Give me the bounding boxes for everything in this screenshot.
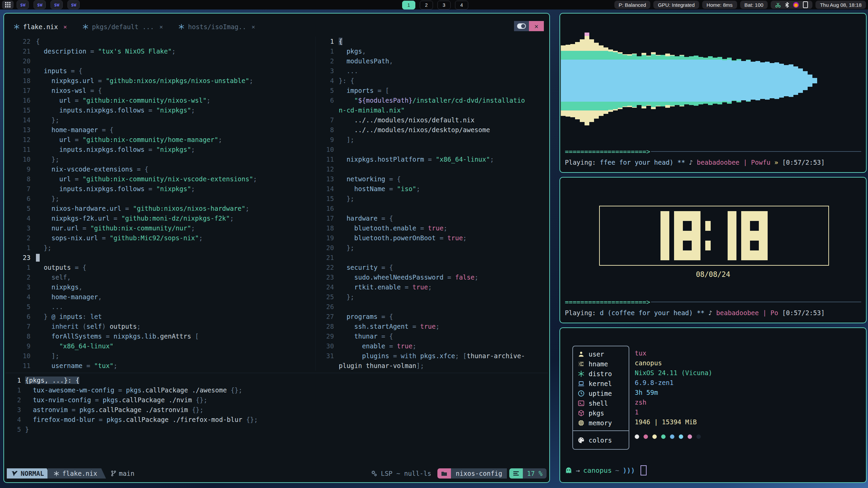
system-tray[interactable] [771,1,812,9]
close-icon: ✕ [534,22,538,30]
palette-dot-2 [644,434,648,439]
code-line: 1{pkgs, ...}: { [9,375,258,385]
code-line: 22 security = { [317,263,551,272]
music-progress-bar-2: =====================> [565,298,861,306]
nix-icon [14,24,20,30]
code-line: 16 [317,204,551,214]
datetime-pill[interactable]: Thu Aug 08, 18:18 [815,1,866,9]
audio-waveform [561,14,865,146]
fetch-row-pkgs: pkgs [573,408,629,418]
fetch-value-hname: canopus [635,358,712,368]
code-line: 11 inputs.nixpkgs.follows = "nixpkgs"; [9,145,313,155]
gears-icon [371,470,377,477]
code-line: 10 }; [9,155,313,164]
now-playing-text-2: Playing: d (coffee for your head) ** ♪ b… [565,309,863,317]
ping-pill[interactable]: Home: 8ms [702,1,737,9]
code-line: 11 nixpkgs.hostPlatform = "x86_64-linux"… [317,155,551,164]
top-bar: $W$W$W$W 1234 P: Balanced GPU: Integrate… [0,0,868,9]
launcher-button[interactable] [2,1,14,9]
code-line: 13 networking = { [317,174,551,184]
code-line: 20 [9,56,313,66]
workspace-button-4[interactable]: $W [67,0,80,9]
statusline: NORMAL flake.nix main LSP ~ null-ls nixo… [7,468,547,479]
code-line: 3 astronvim = pkgs.callPackage ./astronv… [9,405,258,415]
tab-close-icon[interactable]: ✕ [252,23,255,30]
buffer-pkgs-default[interactable]: 1{pkgs, ...}: {1 tux-awesome-wm-config =… [9,375,258,434]
code-line: 9 ]; [317,135,551,145]
code-line: 15 inputs.nixpkgs.follows = "nixpkgs"; [9,105,313,115]
distro-icon [578,370,585,377]
fetch-label: memory [589,419,612,427]
palette-dot-6 [679,434,683,439]
lines-icon [513,471,519,476]
code-line: 8 ../../modules/nixos/desktop/awesome [317,125,551,135]
tab-hosts-isoImag-[interactable]: hosts/isoImag..✕ [178,23,255,30]
tag-4[interactable]: 4 [455,1,468,9]
workspace-button-1[interactable]: $W [17,0,29,9]
window-toggle-button[interactable] [514,21,529,31]
fetch-row-hname: hname [573,359,629,369]
code-line: 23 sudo.wheelNeedsPassword = false; [317,272,551,282]
code-line: 5 nixos-hardware.url = "github:nixos/nix… [9,204,313,214]
fetch-label: shell [589,400,608,407]
code-line: 1{ [317,37,551,46]
user-icon [578,351,585,358]
buffer-iso-image[interactable]: 1{1 pkgs,2 modulesPath,3 ...4}: {5 impor… [315,37,551,371]
palette-dot-7 [688,434,692,439]
phone-icon[interactable] [803,1,808,8]
tab-close-icon[interactable]: ✕ [63,23,67,30]
code-line: 19 bluetooth.powerOnBoot = true; [317,233,551,243]
fetch-row-memory: memory [573,418,629,428]
file-segment: flake.nix [47,468,106,479]
code-line: 29 thunar = { [317,331,551,341]
code-line: 30 enable = true; [317,341,551,351]
tab-label: flake.nix [23,23,58,30]
fetch-value-user: tux [635,348,712,358]
shell-prompt[interactable]: → canopus ~ ))) [565,465,647,475]
tab-flake-nix[interactable]: flake.nix✕ [14,23,67,30]
bluetooth-icon[interactable] [785,2,789,8]
cursor-block [36,254,40,262]
palette-dot-1 [635,434,639,439]
code-line: 2 sops-nix.url = "github:Mic92/sops-nix"… [9,233,313,243]
code-line: 26 [317,302,551,312]
prompt-chevrons: ))) [623,466,635,474]
code-line: 22{ [9,37,313,46]
workspace-button-3[interactable]: $W [51,0,63,9]
code-line: 6 }; [9,194,313,204]
code-line: 17 nixos-wsl = { [9,86,313,96]
tab-pkgs-default-[interactable]: pkgs/default ...✕ [82,23,163,30]
battery-pill[interactable]: Bat: 100 [740,1,768,9]
code-line: 6 } @ inputs: let [9,312,313,322]
code-line: 3 nur.url = "github:nix-community/nur"; [9,223,313,233]
code-line: 14 }; [9,115,313,125]
code-line: 7 inherit (self) outputs; [9,322,313,331]
project-folder-segment [437,468,451,479]
buffer-flake-nix[interactable]: 22{21 description = "tux's NixOS Flake";… [9,37,313,371]
code-line: 5 imports = [ [317,86,551,96]
tag-2[interactable]: 2 [420,1,433,9]
workspace-tags: 1234 [402,1,468,9]
network-icon[interactable] [775,2,781,8]
code-line: 9 "x86_64-linux" [9,341,313,351]
gpu-pill[interactable]: GPU: Integrated [653,1,699,9]
code-line: 4 home-manager, [9,292,313,302]
now-playing-text: Playing: ffee for your head) ** ♪ beabad… [565,159,863,166]
tab-label: hosts/isoImag.. [188,23,246,30]
fire-app-icon[interactable] [793,2,799,8]
tag-1[interactable]: 1 [402,1,415,9]
code-line: 17 hardware = { [317,214,551,223]
code-line: 14 hostName = "iso"; [317,184,551,194]
workspace-button-2[interactable]: $W [34,0,46,9]
tag-3[interactable]: 3 [437,1,451,9]
scroll-percent: 17 % [523,468,547,479]
lsp-status: LSP ~ null-ls [371,468,431,479]
mode-segment: NORMAL [7,468,52,479]
tab-close-icon[interactable]: ✕ [159,23,163,30]
window-close-button[interactable]: ✕ [529,21,544,31]
code-line: 27 programs = { [317,312,551,322]
power-profile-pill[interactable]: P: Balanced [614,1,651,9]
prompt-path: ~ [615,466,619,474]
nix-icon [82,24,88,30]
fetch-label: uptime [589,390,612,397]
